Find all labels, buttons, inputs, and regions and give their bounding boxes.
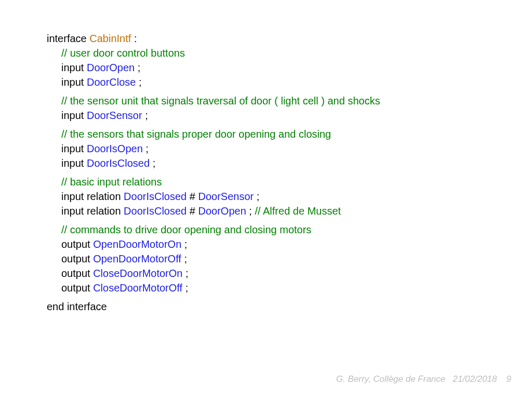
slide-body: interface CabinIntf : // user door contr… <box>0 0 532 314</box>
relation-line: input relation DoorIsClosed # DoorOpen ;… <box>47 204 532 218</box>
end-interface: end interface <box>47 299 532 314</box>
comment: // the sensors that signals proper door … <box>61 128 331 140</box>
decl-line: output OpenDoorMotorOff ; <box>47 251 532 266</box>
keyword-input: input <box>61 110 87 121</box>
decl-line: input DoorSensor ; <box>47 108 532 123</box>
code-block: // the sensors that signals proper door … <box>47 127 532 170</box>
relation-line: input relation DoorIsClosed # DoorSensor… <box>47 189 532 204</box>
decl-line: input DoorIsOpen ; <box>47 141 532 156</box>
decl-line: input DoorOpen ; <box>47 60 532 75</box>
code-block: // the sensor unit that signals traversa… <box>47 94 532 123</box>
identifier: DoorIsClosed <box>124 205 187 217</box>
keyword-relation: input relation <box>61 191 124 202</box>
punct: ; <box>136 76 141 88</box>
comment: // the sensor unit that signals traversa… <box>61 95 380 107</box>
identifier: DoorOpen <box>87 62 135 73</box>
keyword-input: input <box>61 62 87 73</box>
slide-footer: G. Berry, Collège de France 21/02/20189 <box>336 374 511 384</box>
footer-date: 21/02/2018 <box>453 374 497 384</box>
identifier: DoorIsClosed <box>87 157 150 169</box>
keyword-relation: input relation <box>61 205 124 217</box>
punct: ; <box>182 268 188 279</box>
colon: : <box>131 33 137 44</box>
keyword-input: input <box>61 157 87 169</box>
keyword-end: end interface <box>47 301 107 312</box>
keyword-output: output <box>61 268 93 279</box>
identifier: OpenDoorMotorOn <box>93 238 181 250</box>
keyword-interface: interface <box>47 33 87 44</box>
interface-decl: interface CabinIntf : <box>47 31 532 46</box>
decl-line: input DoorClose ; <box>47 75 532 89</box>
comment: // user door control buttons <box>61 47 185 59</box>
decl-line: output CloseDoorMotorOn ; <box>47 266 532 281</box>
punct: ; <box>142 110 148 121</box>
decl-line: input DoorIsClosed ; <box>47 156 532 170</box>
punct: ; <box>181 238 187 250</box>
footer-author: G. Berry, Collège de France <box>336 374 445 384</box>
hash-op: # <box>187 191 198 202</box>
identifier: OpenDoorMotorOff <box>93 253 181 264</box>
keyword-output: output <box>61 238 93 250</box>
code-block: // user door control buttons input DoorO… <box>47 46 532 89</box>
type-name: CabinIntf <box>89 33 131 44</box>
identifier: DoorClose <box>87 76 136 88</box>
keyword-output: output <box>61 282 93 294</box>
punct: ; <box>143 143 149 154</box>
identifier: DoorSensor <box>198 191 254 202</box>
identifier: CloseDoorMotorOff <box>93 282 182 294</box>
comment: // basic input relations <box>61 176 162 188</box>
punct: ; <box>246 205 255 217</box>
code-block: // basic input relations input relation … <box>47 175 532 218</box>
keyword-input: input <box>61 76 87 88</box>
comment: // Alfred de Musset <box>255 205 341 217</box>
identifier: CloseDoorMotorOn <box>93 268 182 279</box>
keyword-input: input <box>61 143 87 154</box>
identifier: DoorIsOpen <box>87 143 143 154</box>
decl-line: output CloseDoorMotorOff ; <box>47 281 532 295</box>
punct: ; <box>254 191 259 202</box>
punct: ; <box>181 253 187 264</box>
hash-op: # <box>187 205 198 217</box>
page-number: 9 <box>507 374 511 384</box>
identifier: DoorOpen <box>198 205 246 217</box>
punct: ; <box>150 157 155 169</box>
identifier: DoorIsClosed <box>124 191 187 202</box>
punct: ; <box>135 62 140 73</box>
punct: ; <box>182 282 188 294</box>
comment: // commands to drive door opening and cl… <box>61 224 311 235</box>
code-block: // commands to drive door opening and cl… <box>47 222 532 295</box>
identifier: DoorSensor <box>87 110 142 121</box>
keyword-output: output <box>61 253 93 264</box>
decl-line: output OpenDoorMotorOn ; <box>47 237 532 251</box>
